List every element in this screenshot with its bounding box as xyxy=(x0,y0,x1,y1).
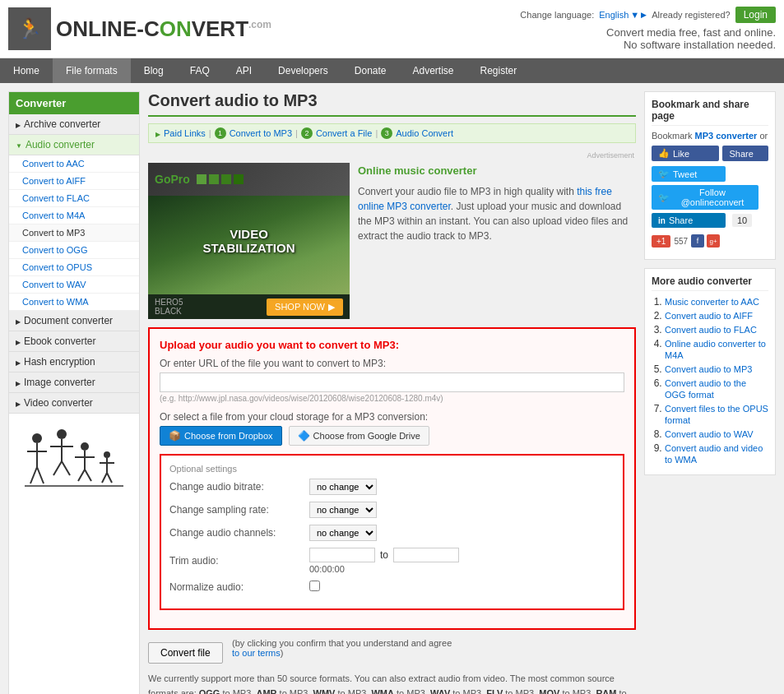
bc-separator2: | xyxy=(295,128,298,138)
sampling-control: no change xyxy=(309,502,377,518)
breadcrumb-audio-convert[interactable]: Audio Convert xyxy=(396,128,453,138)
more-link-4[interactable]: Online audio converter to M4A xyxy=(665,339,766,360)
logo-text[interactable]: ONLINE-CONVERT.com xyxy=(56,16,271,42)
normalize-checkbox[interactable] xyxy=(309,581,320,591)
sidebar-group-image-header[interactable]: Image converter xyxy=(9,372,139,393)
trim-end-input[interactable] xyxy=(393,548,459,562)
small-icon-2[interactable]: g+ xyxy=(707,234,720,248)
nav-blog[interactable]: Blog xyxy=(131,58,177,83)
url-input[interactable] xyxy=(160,372,624,392)
sidebar-item-flac[interactable]: Convert to FLAC xyxy=(9,190,139,207)
mp3-converter-link[interactable]: MP3 converter xyxy=(695,131,758,141)
linkedin-icon: in xyxy=(658,216,666,225)
sidebar-item-aac[interactable]: Convert to AAC xyxy=(9,155,139,173)
sidebar-item-m4a[interactable]: Convert to M4A xyxy=(9,207,139,224)
more-converter-box: More audio converter Music converter to … xyxy=(644,268,776,475)
sidebar-group-hash-header[interactable]: Hash encryption xyxy=(9,352,139,372)
sampling-select[interactable]: no change xyxy=(309,502,377,518)
already-registered-text: Already registered? xyxy=(652,10,730,20)
svg-line-19 xyxy=(107,473,112,483)
url-section: Or enter URL of the file you want to con… xyxy=(160,358,624,403)
login-button[interactable]: Login xyxy=(735,7,776,23)
bitrate-select[interactable]: no change xyxy=(309,479,377,495)
more-link-6[interactable]: Convert audio to the OGG format xyxy=(665,378,746,400)
list-item: Online audio converter to M4A xyxy=(665,338,768,361)
nav-donate[interactable]: Donate xyxy=(341,58,400,83)
trim-start-input[interactable] xyxy=(309,548,375,562)
svg-point-15 xyxy=(104,451,110,458)
bitrate-label: Change audio bitrate: xyxy=(169,481,309,493)
sidebar-item-aiff[interactable]: Convert to AIFF xyxy=(9,173,139,190)
nav-faq[interactable]: FAQ xyxy=(177,58,223,83)
page-title: Convert audio to MP3 xyxy=(148,91,636,117)
breadcrumb-convert-mp3[interactable]: Convert to MP3 xyxy=(230,128,292,138)
trim-inputs-row: to xyxy=(309,548,459,562)
sidebar-group-document-header[interactable]: Document converter xyxy=(9,311,139,331)
nav-api[interactable]: API xyxy=(223,58,265,83)
ad-gopro-header: GoPro xyxy=(148,163,350,196)
small-fb-icon[interactable]: f xyxy=(691,234,704,248)
gdrive-label: Choose from Google Drive xyxy=(313,431,420,441)
more-link-1[interactable]: Music converter to AAC xyxy=(665,297,759,307)
ad-shop-button[interactable]: SHOP NOW ▶ xyxy=(267,298,343,316)
breadcrumb-num1: 1 xyxy=(215,127,226,139)
sidebar-item-opus[interactable]: Convert to OPUS xyxy=(9,259,139,276)
list-item: Convert files to the OPUS format xyxy=(665,403,768,426)
terms-link[interactable]: to our terms xyxy=(232,648,281,658)
sidebar-item-wma[interactable]: Convert to WMA xyxy=(9,294,139,311)
sidebar-audio-items: Convert to AAC Convert to AIFF Convert t… xyxy=(9,155,139,311)
cloud-section: Or select a file from your cloud storage… xyxy=(160,411,624,446)
sidebar-group-audio-header[interactable]: Audio converter xyxy=(9,135,139,155)
dropbox-label: Choose from Dropbox xyxy=(184,431,273,441)
advertisement-banner[interactable]: GoPro VIDEOSTABILIZATION HERO5BLACK SH xyxy=(148,163,350,319)
sidebar-title: Converter xyxy=(9,92,139,114)
nav-developers[interactable]: Developers xyxy=(265,58,341,83)
sidebar-group-video-header[interactable]: Video converter xyxy=(9,393,139,414)
nav-file-formats[interactable]: File formats xyxy=(53,58,131,83)
dropbox-button[interactable]: 📦 Choose from Dropbox xyxy=(160,426,282,446)
more-link-8[interactable]: Convert audio to WAV xyxy=(665,429,754,439)
breadcrumb-num2: 2 xyxy=(301,127,313,139)
convert-button[interactable]: Convert file xyxy=(148,642,223,664)
follow-button[interactable]: 🐦 Follow @onlineconvert xyxy=(652,185,758,210)
more-link-7[interactable]: Convert files to the OPUS format xyxy=(665,404,768,425)
trim-row: Trim audio: to 00:00:00 xyxy=(169,548,615,574)
facebook-share-button[interactable]: Share xyxy=(722,146,768,161)
breadcrumb-convert-file[interactable]: Convert a File xyxy=(316,128,372,138)
language-selector[interactable]: English ▼ ▶ xyxy=(599,10,647,20)
more-link-3[interactable]: Convert audio to FLAC xyxy=(665,325,757,335)
triangle-right-icon xyxy=(16,397,21,409)
logo-figure: 🏃 xyxy=(17,17,42,40)
tweet-button[interactable]: 🐦 Tweet xyxy=(652,166,726,182)
breadcrumb: Paid Links | 1 Convert to MP3 | 2 Conver… xyxy=(148,123,636,143)
more-link-5[interactable]: Convert audio to MP3 xyxy=(665,364,752,374)
dropbox-icon: 📦 xyxy=(169,430,181,442)
nav-advertise[interactable]: Advertise xyxy=(400,58,467,83)
channels-select[interactable]: no change xyxy=(309,525,377,541)
free-converter-link[interactable]: this free online MP3 converter xyxy=(358,186,612,212)
sidebar-group-ebook-header[interactable]: Ebook converter xyxy=(9,331,139,352)
facebook-like-button[interactable]: 👍 Like xyxy=(652,146,719,161)
sidebar-ebook-label: Ebook converter xyxy=(24,335,95,347)
sidebar-item-mp3[interactable]: Convert to MP3 xyxy=(9,224,139,242)
online-music-description: Online music converter Convert your audi… xyxy=(358,163,636,319)
gplus-button[interactable]: +1 xyxy=(652,235,670,248)
nav-register[interactable]: Register xyxy=(467,58,531,83)
more-link-9[interactable]: Convert audio and video to WMA xyxy=(665,443,763,465)
linkedin-share-button[interactable]: in Share xyxy=(652,213,726,228)
more-link-2[interactable]: Convert audio to AIFF xyxy=(665,311,753,321)
sidebar-item-ogg[interactable]: Convert to OGG xyxy=(9,242,139,259)
fb-share-label: Share xyxy=(729,149,753,159)
trim-to-label: to xyxy=(380,549,388,561)
nav-home[interactable]: Home xyxy=(0,58,53,83)
main-content: Convert audio to MP3 Paid Links | 1 Conv… xyxy=(148,91,636,694)
breadcrumb-num3: 3 xyxy=(381,127,392,139)
gdrive-button[interactable]: 🔷 Choose from Google Drive xyxy=(289,426,429,446)
tagline-line1: Convert media free, fast and online. xyxy=(520,26,776,39)
linkedin-row: in Share 10 xyxy=(652,213,768,228)
gplus-count: 557 xyxy=(674,237,688,246)
breadcrumb-paid-links[interactable]: Paid Links xyxy=(164,128,206,138)
svg-point-5 xyxy=(57,429,67,439)
sidebar-group-archive-header[interactable]: Archive converter xyxy=(9,114,139,135)
sidebar-item-wav[interactable]: Convert to WAV xyxy=(9,276,139,294)
